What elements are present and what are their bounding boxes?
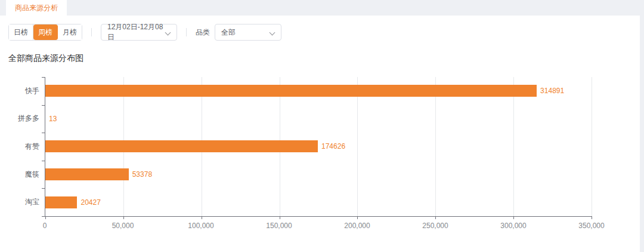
chart-row: 拼多多13: [45, 105, 592, 133]
bar[interactable]: [45, 85, 537, 97]
category-label: 品类: [196, 27, 210, 38]
tab-product-source-analysis[interactable]: 商品来源分析: [6, 0, 67, 16]
category-select[interactable]: 全部: [215, 24, 281, 41]
x-tick-mark: [592, 216, 592, 219]
x-tick-mark: [513, 216, 514, 219]
bar-chart: 快手314891拼多多13有赞174626魔筷53378淘宝20427 050,…: [45, 77, 592, 233]
x-tick-label: 350,000: [578, 222, 604, 230]
top-tab-bar: 商品来源分析: [0, 0, 644, 16]
weekly-rank-button[interactable]: 周榜: [33, 24, 58, 40]
chart-row: 魔筷53378: [45, 161, 592, 189]
date-range-value: 12月02日-12月08日: [107, 22, 166, 42]
rank-button-group: 日榜 周榜 月榜: [8, 24, 82, 41]
toolbar: 日榜 周榜 月榜 12月02日-12月08日 品类 全部: [0, 16, 640, 41]
content-card: 日榜 周榜 月榜 12月02日-12月08日 品类 全部 全部商品来源分布图 快…: [0, 16, 640, 252]
chart-row: 快手314891: [45, 77, 592, 105]
divider: [91, 28, 92, 36]
date-range-picker[interactable]: 12月02日-12月08日: [101, 24, 177, 41]
daily-rank-button[interactable]: 日榜: [9, 24, 33, 40]
gridline: [592, 77, 592, 216]
bar[interactable]: [45, 168, 129, 180]
x-axis-labels: 050,000100,000150,000200,000250,000300,0…: [45, 222, 592, 231]
category-label-y: 魔筷: [25, 170, 39, 180]
x-tick-label: 0: [43, 222, 47, 230]
chevron-down-icon: [166, 30, 171, 35]
x-tick-mark: [435, 216, 436, 219]
category-label-y: 有赞: [25, 142, 39, 152]
x-tick-label: 250,000: [422, 222, 448, 230]
value-label: 20427: [80, 198, 100, 207]
x-tick-mark: [202, 216, 202, 219]
value-label: 314891: [540, 87, 564, 95]
x-tick-label: 300,000: [500, 222, 526, 230]
category-label-y: 快手: [25, 86, 39, 96]
monthly-rank-button[interactable]: 月榜: [58, 24, 82, 40]
x-tick-mark: [123, 216, 124, 219]
x-tick-mark: [357, 216, 358, 219]
x-tick-mark: [280, 216, 280, 219]
chart-rows: 快手314891拼多多13有赞174626魔筷53378淘宝20427: [45, 77, 592, 216]
category-label-y: 淘宝: [25, 197, 39, 207]
plot-area: 快手314891拼多多13有赞174626魔筷53378淘宝20427: [45, 77, 592, 217]
value-label: 174626: [321, 142, 345, 150]
x-tick-label: 100,000: [188, 222, 213, 230]
x-tick-label: 50,000: [112, 222, 134, 230]
y-tick-mark: [42, 216, 45, 217]
x-tick-label: 200,000: [344, 222, 370, 230]
bar[interactable]: [45, 196, 77, 208]
bar[interactable]: [45, 140, 318, 152]
section-title: 全部商品来源分布图: [8, 53, 640, 64]
value-label: 13: [49, 115, 57, 123]
chevron-down-icon: [270, 30, 275, 35]
category-selected-value: 全部: [221, 27, 236, 38]
divider: [186, 28, 187, 36]
chart-row: 有赞174626: [45, 133, 592, 161]
x-tick-mark: [45, 216, 46, 219]
value-label: 53378: [132, 170, 152, 179]
tab-label: 商品来源分析: [15, 3, 58, 13]
x-tick-label: 150,000: [266, 222, 292, 230]
category-label-y: 拼多多: [18, 113, 39, 124]
chart-row: 淘宝20427: [45, 188, 592, 216]
